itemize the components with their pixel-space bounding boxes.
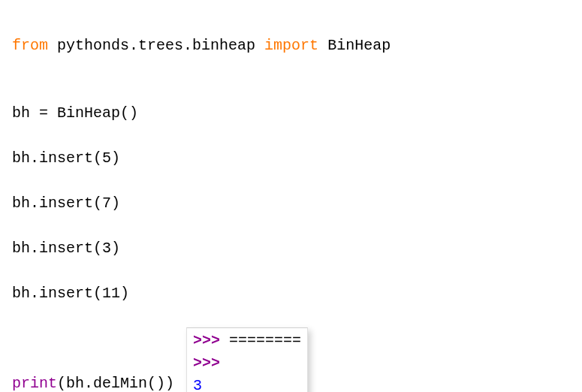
module-path: pythonds.trees.binheap (57, 37, 255, 54)
repl-line: >>> (193, 352, 301, 375)
bottom-row: print(bh.delMin()) print(bh.delMin()) pr… (12, 350, 570, 392)
repl-rule: ======== (220, 332, 301, 349)
repl-prompt: >>> (193, 332, 220, 349)
code-block: from pythonds.trees.binheap import BinHe… (12, 12, 570, 350)
keyword-import: import (264, 37, 318, 54)
code-line-4: bh.insert(7) (12, 192, 570, 215)
code-line-1: from pythonds.trees.binheap import BinHe… (12, 35, 570, 57)
repl-value: 3 (193, 377, 202, 392)
class-name: BinHeap (327, 37, 391, 54)
repl-line: >>> ======== (193, 330, 301, 352)
builtin-print: print (12, 375, 57, 392)
code-line-5: bh.insert(3) (12, 237, 570, 260)
code-line-print-1: print(bh.delMin()) (12, 372, 174, 392)
code-line-6: bh.insert(11) (12, 282, 570, 305)
repl-line: 3 (193, 375, 301, 392)
code-line-3: bh.insert(5) (12, 147, 570, 170)
keyword-from: from (12, 37, 48, 54)
code-line-2: bh = BinHeap() (12, 102, 570, 125)
repl-prompt: >>> (193, 354, 220, 372)
repl-output-box: >>> ======== >>> 3 5 7 11 >>> (186, 327, 308, 392)
print-block: print(bh.delMin()) print(bh.delMin()) pr… (12, 350, 174, 392)
